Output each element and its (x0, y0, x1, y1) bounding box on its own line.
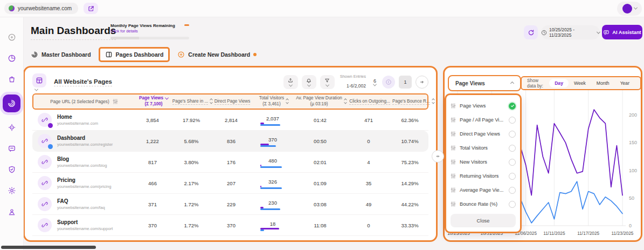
metric-select[interactable]: Page Views (448, 75, 521, 91)
table-widget-button[interactable] (32, 73, 46, 87)
page-size-select[interactable]: 6 (373, 78, 376, 86)
shield-check-icon (8, 165, 16, 174)
column-bounce-rate[interactable]: Page's Bounce R... (392, 99, 434, 105)
page-views-value: 1,222 (134, 138, 171, 144)
export-button[interactable] (283, 75, 298, 89)
metric-option[interactable]: New Visitors (451, 155, 516, 169)
metric-option[interactable]: Total Visitors (451, 141, 516, 155)
table-row[interactable]: FAQyourwebsitename.com/faq3711.72%229230… (32, 194, 428, 215)
external-link-icon (88, 5, 94, 12)
page-views-value: 817 (134, 159, 171, 165)
site-favicon-icon (9, 5, 15, 11)
tab-pages-dashboard[interactable]: Pages Dashboard (99, 47, 170, 62)
table-row[interactable]: Homeyourwebsitename.com3,85417.92%2,8142… (32, 110, 428, 131)
close-button[interactable]: Close (451, 214, 516, 227)
radio-icon[interactable] (509, 173, 516, 180)
metric-option[interactable]: Page / All Page Vi... (451, 113, 516, 127)
range-option-year[interactable]: Year (615, 79, 635, 87)
page-name: Home (57, 113, 98, 121)
sidebar-item-settings[interactable] (4, 183, 20, 199)
slider-icon (451, 201, 456, 207)
open-site-button[interactable] (84, 3, 98, 14)
column-page-share[interactable]: Page's Share in ... (172, 99, 212, 105)
column-total-visitors[interactable]: Total Visitors(Σ 3,461) (252, 96, 295, 107)
range-option-week[interactable]: Week (569, 79, 591, 87)
panel-resize-handle[interactable] (432, 150, 444, 163)
arrows-horizontal-icon (435, 153, 441, 159)
slider-icon (451, 103, 456, 109)
alert-button[interactable] (302, 75, 316, 89)
share-value: 1.72% (171, 222, 211, 228)
quota-progress-bar (110, 37, 189, 39)
pagination-current-page[interactable]: 1 (399, 76, 412, 89)
chevron-down-icon[interactable] (34, 87, 38, 91)
sidebar-item-dashboards[interactable] (3, 94, 20, 112)
page-title: Main Dashboards (31, 25, 116, 40)
duration-value: 01:42 (294, 117, 346, 123)
radio-selected-icon[interactable] (509, 103, 516, 110)
user-menu[interactable] (617, 2, 642, 16)
sidebar-item-orders[interactable] (4, 71, 20, 87)
column-outgoing-clicks[interactable]: Clicks on Outgoing... (347, 99, 392, 105)
range-option-month[interactable]: Month (591, 79, 615, 87)
horizontal-scrollbar-thumb[interactable] (1, 246, 96, 249)
tab-label: Master Dashboard (41, 51, 91, 58)
sidebar-item-security[interactable] (4, 161, 20, 178)
table-grid-icon (36, 77, 43, 84)
metric-option[interactable]: Average Page Vie... (451, 183, 516, 197)
visitors-split-bar (260, 186, 285, 187)
date-range-text: 10/25/2025 - 11/23/2025 (549, 27, 595, 38)
radio-icon[interactable] (509, 159, 516, 166)
metric-option[interactable]: Bounce Rate (%) (451, 197, 516, 211)
pagination-next-button[interactable] (416, 76, 428, 89)
column-avg-duration[interactable]: Av. Page View Duration(µ 03:19) (295, 96, 347, 107)
pages-table-panel: All Website's Pages Shown Entries 1-6/2,… (23, 66, 438, 242)
sidebar-item-goals[interactable] (4, 119, 20, 136)
column-direct-page-views[interactable]: Direct Page Views (212, 99, 252, 105)
bag-icon (8, 75, 16, 84)
slider-icon (451, 131, 456, 137)
table-row[interactable]: Pricingyourwebsitename.com/pricing4662.1… (32, 173, 428, 194)
direct-views-value: 176 (211, 159, 251, 165)
column-page-url[interactable]: Page URL (2 Selected Pages) (33, 99, 135, 104)
radio-icon[interactable] (509, 201, 516, 208)
show-data-by-bar: Show data by: Day Week Month Year (521, 76, 641, 90)
site-url-field[interactable]: yourwebsitename.com (4, 3, 78, 14)
sidebar-item-add[interactable] (4, 29, 20, 45)
quota-details-link[interactable]: Click for details (110, 29, 189, 33)
table-row[interactable]: Blogyourwebsitename.com/blog8173.80%1764… (32, 152, 428, 173)
radio-icon[interactable] (509, 117, 516, 124)
tab-master-dashboard[interactable]: Master Dashboard (31, 51, 91, 58)
range-option-day[interactable]: Day (549, 79, 569, 87)
ai-assistant-button[interactable]: AI Assistant (602, 25, 642, 39)
metric-dropdown: Page ViewsPage / All Page Vi...Direct Pa… (445, 93, 522, 233)
table-title: All Website's Pages (54, 78, 112, 86)
column-page-views[interactable]: Page Views(Σ 7,100) (135, 96, 172, 107)
quota-widget[interactable]: Monthly Page Views Remaining Click for d… (110, 23, 189, 39)
metric-option-label: Page Views (460, 103, 486, 109)
table-row[interactable]: Dashboardyourwebsitename.com/register1,2… (32, 131, 428, 152)
metric-option[interactable]: Page Views (451, 99, 516, 113)
date-range-picker[interactable]: 10/25/2025 - 11/23/2025 (541, 25, 600, 39)
chevron-down-icon (597, 30, 600, 33)
metric-option[interactable]: Direct Page Views (451, 127, 516, 141)
duration-value: 11:08 (294, 222, 346, 228)
svg-text:150: 150 (629, 140, 637, 145)
table-row[interactable]: Supportyourwebsitename.com/support3701.7… (32, 215, 428, 236)
filter-button[interactable] (320, 75, 335, 89)
metric-option[interactable]: Returning Visitors (451, 169, 516, 183)
direct-views-value: 836 (211, 138, 251, 144)
sidebar-item-messages[interactable] (4, 140, 20, 157)
tab-create-new-dashboard[interactable]: Create New Dashboard (177, 51, 257, 58)
page-views-value: 466 (134, 180, 171, 186)
sidebar (0, 17, 24, 250)
sidebar-item-analytics[interactable] (4, 50, 20, 66)
sidebar-item-location[interactable] (4, 204, 20, 220)
slider-icon (451, 145, 456, 151)
tab-label: Create New Dashboard (188, 51, 250, 58)
pagination-prev-button[interactable] (382, 76, 395, 89)
radio-icon[interactable] (509, 131, 516, 138)
radio-icon[interactable] (509, 187, 516, 194)
refresh-button[interactable] (524, 25, 538, 39)
radio-icon[interactable] (509, 145, 516, 152)
